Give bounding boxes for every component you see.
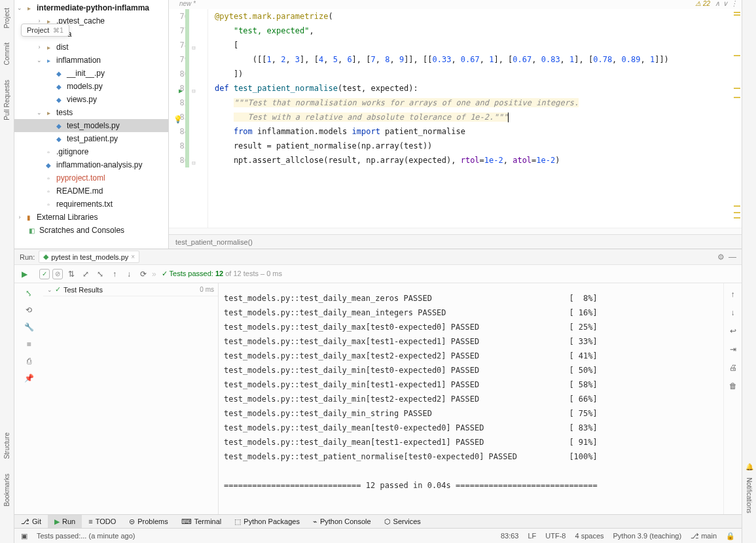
dump-threads-button[interactable]: ⎙ bbox=[23, 355, 35, 367]
tree-item--init-py[interactable]: ◆__init__.py bbox=[14, 67, 168, 80]
fold-icon[interactable]: ⊟ bbox=[190, 156, 197, 170]
bell-icon[interactable]: 🔔 bbox=[746, 463, 753, 471]
test-history-button[interactable]: ⟳ bbox=[137, 268, 149, 280]
sort-button[interactable]: ⇅ bbox=[65, 268, 77, 280]
scroll-to-end-button[interactable]: ⇥ bbox=[727, 343, 739, 355]
run-settings-icon[interactable]: ⚙ bbox=[717, 253, 725, 262]
tw-python-console[interactable]: ⌁Python Console bbox=[306, 515, 378, 528]
python-interpreter[interactable]: Python 3.9 (teaching) bbox=[613, 532, 682, 540]
code-line[interactable]: Test with a relative and absolute tolera… bbox=[215, 110, 742, 124]
editor-breadcrumb[interactable]: test_patient_normalise() bbox=[169, 234, 742, 249]
sidebar-tab-commit[interactable]: Commit bbox=[3, 39, 10, 69]
project-tool-window[interactable]: ⌄ ▸ intermediate-python-inflamma ›▸.pyte… bbox=[14, 0, 169, 249]
prev-highlight-icon[interactable]: ∧ bbox=[715, 0, 720, 8]
editor-horizontal-scrollbar[interactable] bbox=[169, 228, 742, 234]
sidebar-tab-notifications[interactable]: Notifications bbox=[746, 474, 753, 517]
show-passed-toggle[interactable]: ✓ bbox=[39, 269, 50, 279]
show-ignored-toggle[interactable]: ⊘ bbox=[52, 269, 63, 279]
gutter-line[interactable]: 76 bbox=[169, 9, 189, 24]
tree-item-dist[interactable]: ›▸dist bbox=[14, 41, 168, 54]
test-results-tree[interactable]: ⌄ ✓ Test Results 0 ms bbox=[43, 283, 219, 514]
test-console-output[interactable]: test_models.py::test_daily_mean_zeros PA… bbox=[219, 283, 723, 514]
editor-code-area[interactable]: @pytest.mark.parametrize( "test, expecte… bbox=[208, 9, 742, 228]
tw-terminal[interactable]: ⌨Terminal bbox=[175, 515, 228, 528]
next-highlight-icon[interactable]: ∨ bbox=[723, 0, 728, 8]
tree-item--gitignore[interactable]: ▫.gitignore bbox=[14, 145, 168, 158]
code-line[interactable]: [ bbox=[215, 38, 742, 52]
code-line[interactable]: result = patient_normalise(np.array(test… bbox=[215, 139, 742, 153]
fold-icon[interactable]: ⊟ bbox=[190, 41, 197, 55]
indent-settings[interactable]: 4 spaces bbox=[575, 532, 603, 540]
code-line[interactable]: from inflammation.models import patient_… bbox=[215, 124, 742, 139]
next-test-button[interactable]: ↓ bbox=[123, 268, 135, 280]
hide-panel-icon[interactable]: — bbox=[729, 253, 736, 262]
gutter-line[interactable]: 77 bbox=[169, 24, 189, 38]
gutter-line[interactable]: 78⊟ bbox=[169, 38, 189, 52]
run-config-tab[interactable]: ◆ pytest in test_models.py × bbox=[39, 251, 139, 263]
cursor-position[interactable]: 83:63 bbox=[501, 532, 519, 540]
code-line[interactable]: ]) bbox=[215, 67, 742, 81]
code-line[interactable]: """Test that normalisation works for arr… bbox=[215, 96, 742, 110]
scroll-to-top-button[interactable]: ↑ bbox=[727, 289, 739, 300]
code-line[interactable]: @pytest.mark.parametrize( bbox=[215, 9, 742, 24]
tw-problems[interactable]: ⊝Problems bbox=[122, 515, 174, 528]
pin-tab-button[interactable]: 📌 bbox=[23, 372, 35, 384]
editor-error-stripe[interactable] bbox=[732, 9, 742, 228]
lock-icon[interactable]: 🔒 bbox=[726, 532, 735, 540]
code-line[interactable]: def test_patient_normalise(test, expecte… bbox=[215, 81, 742, 96]
scroll-to-bottom-button[interactable]: ↓ bbox=[727, 307, 739, 319]
tree-item-tests[interactable]: ⌄▸tests bbox=[14, 106, 168, 119]
code-line[interactable]: ([[1, 2, 3], [4, 5, 6], [7, 8, 9]], [[0.… bbox=[215, 52, 742, 67]
code-line[interactable]: npt.assert_allclose(result, np.array(exp… bbox=[215, 153, 742, 167]
sidebar-tab-project[interactable]: Project bbox=[3, 4, 10, 32]
gutter-line[interactable]: 83💡 bbox=[169, 110, 189, 124]
encoding[interactable]: UTF-8 bbox=[545, 532, 566, 540]
chevron-down-icon[interactable]: ⌄ bbox=[47, 287, 52, 293]
tree-item-readme-md[interactable]: ▫README.md bbox=[14, 184, 168, 198]
code-line[interactable]: "test, expected", bbox=[215, 24, 742, 38]
gutter-line[interactable]: 82 bbox=[169, 96, 189, 110]
tree-item-requirements-txt[interactable]: ▫requirements.txt bbox=[14, 198, 168, 211]
fold-icon[interactable]: ⊟ bbox=[190, 84, 197, 98]
gutter-line[interactable]: 84 bbox=[169, 124, 189, 139]
rerun-button[interactable]: ▶ bbox=[18, 268, 30, 280]
git-branch-widget[interactable]: ⎇ main bbox=[691, 532, 717, 540]
inspection-warning-badge[interactable]: ⚠ 22 bbox=[695, 0, 710, 7]
scratches-consoles[interactable]: Scratches and Consoles bbox=[39, 226, 124, 235]
tw-python-packages[interactable]: ⬚Python Packages bbox=[228, 515, 306, 528]
gutter-line[interactable]: 81▶⊟ bbox=[169, 81, 189, 96]
editor[interactable]: new * ⚠ 22 ∧ ∨ ⋮ 767778⊟798081▶⊟8283💡848… bbox=[169, 0, 742, 249]
tree-item-models-py[interactable]: ◆models.py bbox=[14, 80, 168, 93]
tree-item-views-py[interactable]: ◆views.py bbox=[14, 93, 168, 106]
external-libraries[interactable]: External Libraries bbox=[37, 213, 98, 222]
tree-item-pyproject-toml[interactable]: ▫pyproject.toml bbox=[14, 171, 168, 184]
wrench-icon[interactable]: 🔧 bbox=[23, 321, 35, 333]
editor-gutter[interactable]: 767778⊟798081▶⊟8283💡848586⊟ bbox=[169, 9, 208, 228]
line-separator[interactable]: LF bbox=[528, 532, 536, 540]
sidebar-tab-pull-requests[interactable]: Pull Requests bbox=[3, 76, 10, 124]
collapse-all-button[interactable]: ⤡ bbox=[94, 268, 106, 280]
stop-button[interactable]: ■ bbox=[23, 338, 35, 350]
close-icon[interactable]: × bbox=[131, 253, 135, 260]
tw-run[interactable]: ▶Run bbox=[48, 515, 82, 528]
project-root[interactable]: intermediate-python-inflamma bbox=[37, 3, 149, 12]
gutter-line[interactable]: 86⊟ bbox=[169, 153, 189, 167]
tw-todo[interactable]: ≡TODO bbox=[82, 515, 122, 528]
tree-item-inflammation[interactable]: ⌄▸inflammation bbox=[14, 54, 168, 67]
clear-all-button[interactable]: 🗑 bbox=[727, 380, 739, 392]
soft-wrap-button[interactable]: ↩ bbox=[727, 325, 739, 337]
tree-item-test-models-py[interactable]: ◆test_models.py bbox=[14, 119, 168, 132]
toggle-auto-test-button[interactable]: ⟲ bbox=[23, 304, 35, 316]
tw-git[interactable]: ⎇Git bbox=[14, 515, 48, 528]
gutter-line[interactable]: 80 bbox=[169, 67, 189, 81]
tool-windows-quick-access-icon[interactable]: ▣ bbox=[21, 532, 27, 540]
tree-item-test-patient-py[interactable]: ◆test_patient.py bbox=[14, 132, 168, 145]
prev-test-button[interactable]: ↑ bbox=[109, 268, 120, 280]
inspection-menu-icon[interactable]: ⋮ bbox=[730, 0, 738, 8]
tw-services[interactable]: ⬡Services bbox=[378, 515, 427, 528]
gutter-line[interactable]: 79 bbox=[169, 52, 189, 67]
sidebar-tab-bookmarks[interactable]: Bookmarks bbox=[3, 470, 10, 510]
expand-all-button[interactable]: ⤢ bbox=[80, 268, 92, 280]
rerun-failed-button[interactable]: ⤣ bbox=[23, 287, 35, 299]
tree-item-inflammation-analysis-py[interactable]: ◆inflammation-analysis.py bbox=[14, 158, 168, 171]
